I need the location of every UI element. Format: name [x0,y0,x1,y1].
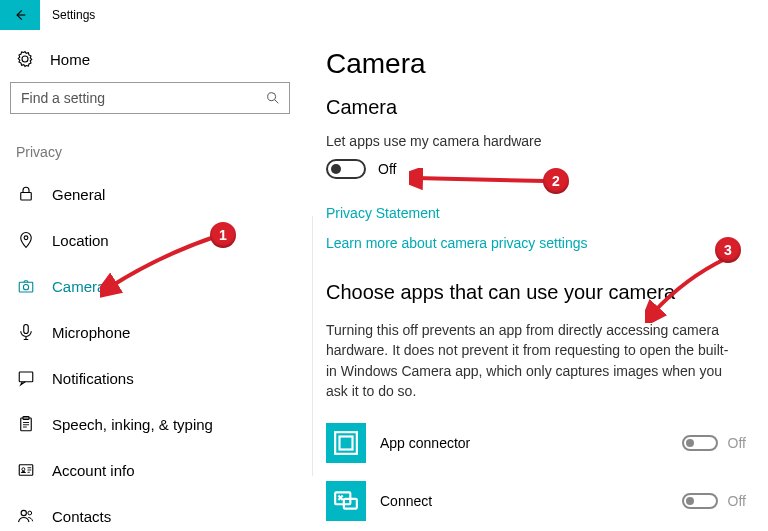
camera-master-toggle[interactable] [326,159,366,179]
svg-rect-6 [19,372,33,382]
sidebar-item-label: Speech, inking, & typing [52,416,213,433]
camera-icon [16,276,36,296]
contacts-icon [16,506,36,526]
sidebar-item-label: General [52,186,105,203]
sidebar-item-notifications[interactable]: Notifications [10,358,290,398]
sidebar-item-contacts[interactable]: Contacts [10,496,290,531]
section-heading: Camera [326,96,746,119]
svg-point-4 [23,285,28,290]
svg-rect-5 [24,325,29,334]
main-content: Camera Camera Let apps use my camera har… [300,30,768,531]
sidebar-item-label: Account info [52,462,135,479]
connect-app-icon [326,481,366,521]
sidebar: Home Privacy General Location Came [0,30,300,531]
titlebar: Settings [0,0,768,30]
gear-icon [16,50,34,68]
search-input[interactable] [19,89,265,107]
sidebar-item-label: Notifications [52,370,134,387]
app-name: Connect [380,493,682,509]
sidebar-item-account[interactable]: Account info [10,450,290,490]
microphone-icon [16,322,36,342]
link-learn-more[interactable]: Learn more about camera privacy settings [326,235,746,251]
sidebar-item-speech[interactable]: Speech, inking, & typing [10,404,290,444]
link-privacy-statement[interactable]: Privacy Statement [326,205,746,221]
notifications-icon [16,368,36,388]
vertical-divider [312,216,313,476]
svg-rect-13 [335,432,357,454]
svg-point-0 [268,93,276,101]
app-toggle-state: Off [728,435,746,451]
app-toggle[interactable] [682,493,718,509]
lock-icon [16,184,36,204]
back-button[interactable] [0,0,40,30]
clipboard-icon [16,414,36,434]
search-box[interactable] [10,82,290,114]
sidebar-item-label: Camera [52,278,105,295]
back-arrow-icon [13,8,27,22]
sidebar-item-microphone[interactable]: Microphone [10,312,290,352]
apps-section-description: Turning this off prevents an app from di… [326,320,736,401]
sidebar-section-title: Privacy [10,144,290,174]
location-icon [16,230,36,250]
svg-rect-14 [340,437,353,450]
svg-point-2 [24,236,28,240]
app-name: App connector [380,435,682,451]
app-connector-icon [326,423,366,463]
svg-point-10 [22,468,25,471]
svg-rect-1 [21,193,32,201]
sidebar-item-camera[interactable]: Camera [10,266,290,306]
window-title: Settings [40,8,95,22]
home-label: Home [50,51,90,68]
sidebar-item-label: Contacts [52,508,111,525]
sidebar-item-location[interactable]: Location [10,220,290,260]
app-row: Connect Off [326,481,746,521]
toggle-state-label: Off [378,161,396,177]
account-icon [16,460,36,480]
apps-section-heading: Choose apps that can use your camera [326,281,746,304]
page-title: Camera [326,48,746,80]
app-toggle[interactable] [682,435,718,451]
home-button[interactable]: Home [10,42,290,82]
sidebar-item-label: Microphone [52,324,130,341]
svg-point-12 [28,511,32,515]
svg-rect-3 [19,282,33,292]
search-icon [265,90,281,106]
svg-point-11 [21,510,26,515]
sidebar-item-general[interactable]: General [10,174,290,214]
app-toggle-state: Off [728,493,746,509]
sidebar-item-label: Location [52,232,109,249]
toggle-intro-text: Let apps use my camera hardware [326,133,746,149]
app-row: App connector Off [326,423,746,463]
